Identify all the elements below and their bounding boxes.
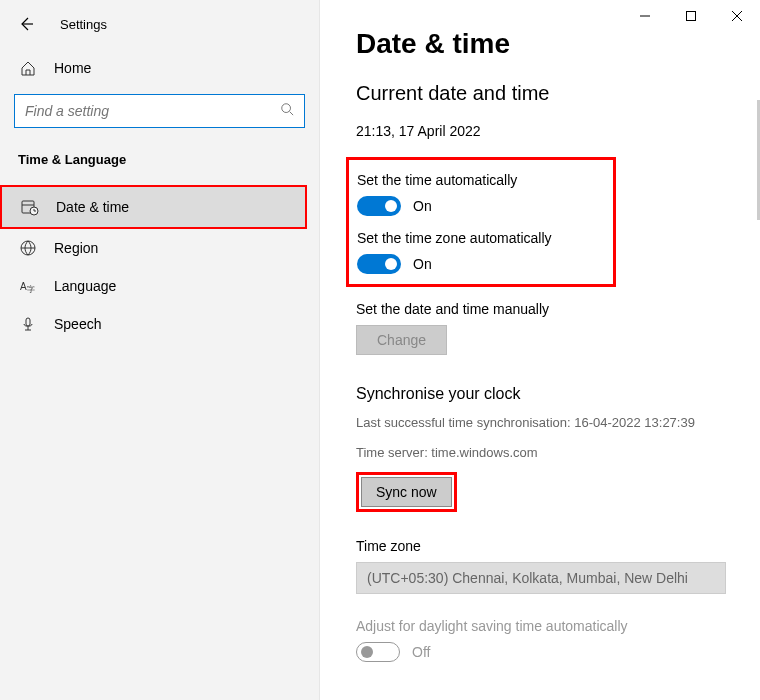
home-icon: [18, 60, 38, 76]
highlight-box-toggles: Set the time automatically On Set the ti…: [346, 157, 616, 287]
manual-label: Set the date and time manually: [356, 301, 724, 317]
svg-text:A: A: [20, 281, 27, 292]
auto-tz-state: On: [413, 256, 432, 272]
nav-date-time[interactable]: Date & time: [2, 187, 305, 227]
sync-now-button[interactable]: Sync now: [361, 477, 452, 507]
home-label: Home: [54, 60, 91, 76]
svg-text:字: 字: [27, 285, 35, 294]
close-button[interactable]: [714, 0, 760, 32]
microphone-icon: [18, 316, 38, 332]
svg-rect-6: [26, 318, 30, 326]
svg-point-0: [282, 104, 291, 113]
timezone-label: Time zone: [356, 538, 724, 554]
current-datetime: 21:13, 17 April 2022: [356, 123, 724, 139]
dst-label: Adjust for daylight saving time automati…: [356, 618, 724, 634]
auto-time-state: On: [413, 198, 432, 214]
search-icon: [280, 102, 294, 120]
nav-label: Speech: [54, 316, 101, 332]
change-button: Change: [356, 325, 447, 355]
search-input-container[interactable]: [14, 94, 305, 128]
language-icon: A字: [18, 278, 38, 294]
category-header: Time & Language: [0, 146, 319, 185]
highlight-box-sync: Sync now: [356, 472, 457, 512]
back-button[interactable]: [16, 14, 36, 34]
svg-rect-7: [687, 12, 696, 21]
nav-label: Language: [54, 278, 116, 294]
minimize-button[interactable]: [622, 0, 668, 32]
nav-label: Date & time: [56, 199, 129, 215]
auto-time-toggle[interactable]: [357, 196, 401, 216]
sync-last: Last successful time synchronisation: 16…: [356, 413, 724, 433]
search-input[interactable]: [25, 103, 280, 119]
nav-label: Region: [54, 240, 98, 256]
dst-toggle: [356, 642, 400, 662]
auto-tz-toggle[interactable]: [357, 254, 401, 274]
calendar-clock-icon: [20, 198, 40, 216]
nav-speech[interactable]: Speech: [0, 305, 319, 343]
dst-state: Off: [412, 644, 430, 660]
sync-title: Synchronise your clock: [356, 385, 724, 403]
main-content: Date & time Current date and time 21:13,…: [320, 0, 760, 700]
nav-language[interactable]: A字 Language: [0, 267, 319, 305]
auto-tz-label: Set the time zone automatically: [357, 230, 605, 246]
timezone-select: (UTC+05:30) Chennai, Kolkata, Mumbai, Ne…: [356, 562, 726, 594]
page-title: Date & time: [356, 28, 724, 60]
window-title: Settings: [60, 17, 107, 32]
section-current-datetime: Current date and time: [356, 82, 724, 105]
sync-server: Time server: time.windows.com: [356, 443, 724, 463]
sidebar: Settings Home Time & Language Date & tim…: [0, 0, 320, 700]
maximize-button[interactable]: [668, 0, 714, 32]
globe-icon: [18, 240, 38, 256]
home-nav[interactable]: Home: [0, 50, 319, 86]
nav-region[interactable]: Region: [0, 229, 319, 267]
auto-time-label: Set the time automatically: [357, 172, 605, 188]
